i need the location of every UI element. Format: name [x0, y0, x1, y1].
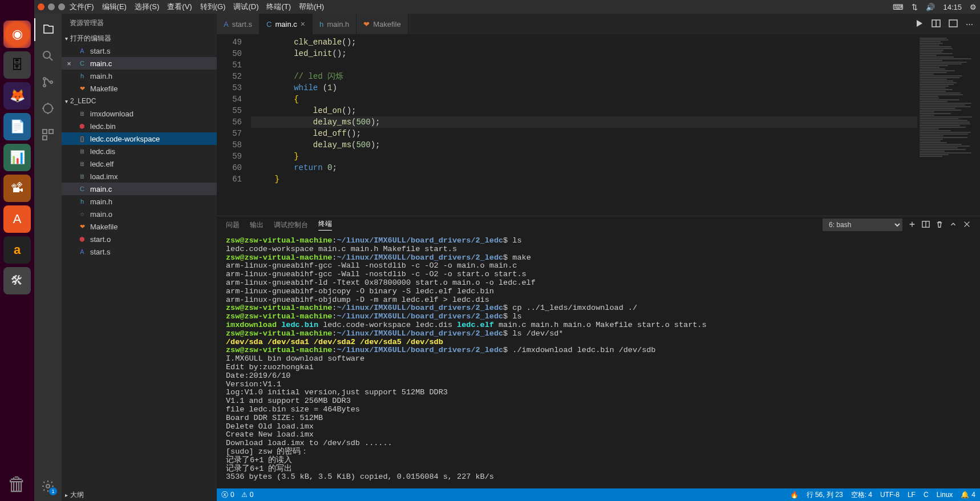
- menu-item[interactable]: 调试(D): [233, 2, 258, 12]
- keyboard-icon[interactable]: ⌨: [893, 3, 904, 11]
- file-name: ledc.elf: [90, 160, 114, 168]
- editor-actions: ⋯: [914, 14, 980, 34]
- file-icon: h: [78, 71, 87, 80]
- status-cursor-pos[interactable]: 行 56, 列 23: [807, 490, 843, 500]
- file-item[interactable]: ❤Makefile: [62, 220, 217, 233]
- file-item[interactable]: 🗎load.imx: [62, 170, 217, 183]
- activity-search-icon[interactable]: [34, 45, 62, 67]
- menu-item[interactable]: 文件(F): [70, 2, 94, 12]
- outline-header[interactable]: ▸大纲: [62, 488, 217, 501]
- network-icon[interactable]: ⇅: [912, 3, 918, 11]
- file-item[interactable]: ⬢start.o: [62, 233, 217, 245]
- menu-item[interactable]: 帮助(H): [299, 2, 324, 12]
- window-close-icon[interactable]: [38, 3, 44, 10]
- activity-scm-icon[interactable]: [34, 71, 62, 94]
- dock-ubuntu-icon[interactable]: ◉: [3, 21, 31, 48]
- chevron-right-icon: ▸: [65, 492, 68, 498]
- menu-item[interactable]: 转到(G): [200, 2, 226, 12]
- open-editor-item[interactable]: Astart.s: [62, 45, 217, 57]
- activity-debug-icon[interactable]: [34, 97, 62, 120]
- dock-impress-icon[interactable]: 📽: [3, 175, 31, 202]
- code-area[interactable]: clk_enable(); led_init(); // led 闪烁 whil…: [251, 34, 917, 216]
- open-editor-item[interactable]: ×Cmain.c: [62, 57, 217, 70]
- file-item[interactable]: 🗎ledc.elf: [62, 157, 217, 170]
- editor-tab[interactable]: ❤Makefile: [357, 14, 408, 34]
- panel-actions: 6: bash: [823, 219, 971, 231]
- close-icon[interactable]: ×: [301, 19, 305, 29]
- panel-tab[interactable]: 调试控制台: [274, 220, 308, 230]
- panel-tab[interactable]: 问题: [226, 220, 240, 230]
- menu-item[interactable]: 查看(V): [167, 2, 192, 12]
- panel-tab[interactable]: 输出: [250, 220, 264, 230]
- dock-files-icon[interactable]: 🗄: [3, 51, 31, 79]
- status-language[interactable]: C: [924, 491, 929, 499]
- terminal[interactable]: zsw@zsw-virtual-machine:~/linux/IMX6ULL/…: [217, 233, 980, 488]
- file-item[interactable]: Cmain.c: [62, 183, 217, 195]
- open-editors-header[interactable]: ▾打开的编辑器: [62, 32, 217, 45]
- editor-tab[interactable]: Astart.s: [217, 14, 260, 34]
- editor-tab[interactable]: hmain.h: [313, 14, 357, 34]
- status-os[interactable]: Linux: [937, 491, 953, 499]
- split-terminal-icon[interactable]: [922, 220, 930, 230]
- file-icon: C: [78, 184, 87, 193]
- file-item[interactable]: hmain.h: [62, 195, 217, 208]
- sound-icon[interactable]: 🔊: [926, 3, 935, 11]
- dock-calc-icon[interactable]: 📊: [3, 144, 31, 171]
- dock-firefox-icon[interactable]: 🦊: [3, 82, 31, 110]
- sidebar-title: 资源管理器: [62, 14, 217, 32]
- panel: 问题输出调试控制台终端 6: bash zsw@zsw-virtual-mach…: [217, 216, 980, 488]
- activity-extensions-icon[interactable]: [34, 123, 62, 146]
- status-errors[interactable]: ⓧ 0: [221, 490, 234, 500]
- open-editor-item[interactable]: ❤Makefile: [62, 82, 217, 95]
- status-encoding[interactable]: UTF-8: [880, 491, 900, 499]
- editor-main: Astart.sCmain.c×hmain.h❤Makefile ⋯ 49505…: [217, 14, 980, 501]
- status-warnings[interactable]: ⚠ 0: [241, 491, 254, 499]
- dock-software-icon[interactable]: A: [3, 205, 31, 233]
- file-item[interactable]: ○main.o: [62, 208, 217, 220]
- file-item[interactable]: ⬢ledc.bin: [62, 120, 217, 132]
- file-icon: A: [78, 46, 87, 55]
- status-bell-icon[interactable]: 🔔 4: [961, 491, 975, 499]
- activity-settings-badge: 1: [49, 487, 57, 495]
- editor-tab[interactable]: Cmain.c×: [260, 14, 313, 34]
- minimap[interactable]: [917, 34, 980, 216]
- dock-trash-icon[interactable]: 🗑: [3, 470, 31, 498]
- file-icon: ❤: [78, 222, 87, 231]
- status-spaces[interactable]: 空格: 4: [851, 490, 872, 500]
- activity-settings-icon[interactable]: 1: [34, 475, 62, 498]
- menu-item[interactable]: 选择(S): [135, 2, 159, 12]
- svg-point-4: [43, 104, 52, 113]
- dock-amazon-icon[interactable]: a: [3, 236, 31, 264]
- file-name: main.c: [90, 185, 112, 193]
- layout-icon[interactable]: [949, 19, 958, 30]
- status-eol[interactable]: LF: [908, 491, 916, 499]
- folder-header[interactable]: ▾2_LEDC: [62, 95, 217, 107]
- dock-writer-icon[interactable]: 📄: [3, 113, 31, 140]
- panel-tab[interactable]: 终端: [318, 219, 332, 231]
- file-item[interactable]: 🗎imxdownload: [62, 107, 217, 120]
- new-terminal-icon[interactable]: [908, 220, 916, 230]
- window-min-icon[interactable]: [48, 3, 55, 10]
- open-editors-tree: Astart.s×Cmain.chmain.h❤Makefile: [62, 45, 217, 95]
- activity-explorer-icon[interactable]: [34, 18, 62, 41]
- menu-item[interactable]: 编辑(E): [102, 2, 127, 12]
- terminal-select[interactable]: 6: bash: [823, 219, 902, 231]
- maximize-panel-icon[interactable]: [949, 220, 957, 230]
- file-name: main.c: [90, 59, 112, 68]
- file-item[interactable]: 🗎ledc.dis: [62, 145, 217, 157]
- clock[interactable]: 14:15: [943, 3, 962, 11]
- window-max-icon[interactable]: [58, 3, 65, 10]
- file-item[interactable]: Astart.s: [62, 245, 217, 258]
- menu-item[interactable]: 终端(T): [266, 2, 291, 12]
- status-flame-icon[interactable]: 🔥: [790, 491, 799, 499]
- open-editor-item[interactable]: hmain.h: [62, 70, 217, 82]
- dock-settings-icon[interactable]: 🛠: [3, 267, 31, 294]
- split-icon[interactable]: [932, 19, 941, 30]
- panel-tabs: 问题输出调试控制台终端 6: bash: [217, 216, 980, 233]
- more-icon[interactable]: ⋯: [966, 20, 973, 29]
- power-icon[interactable]: ⚙: [970, 3, 977, 11]
- close-panel-icon[interactable]: [963, 220, 971, 230]
- run-icon[interactable]: [914, 19, 924, 30]
- file-item[interactable]: {}ledc.code-workspace: [62, 132, 217, 145]
- kill-terminal-icon[interactable]: [936, 220, 943, 230]
